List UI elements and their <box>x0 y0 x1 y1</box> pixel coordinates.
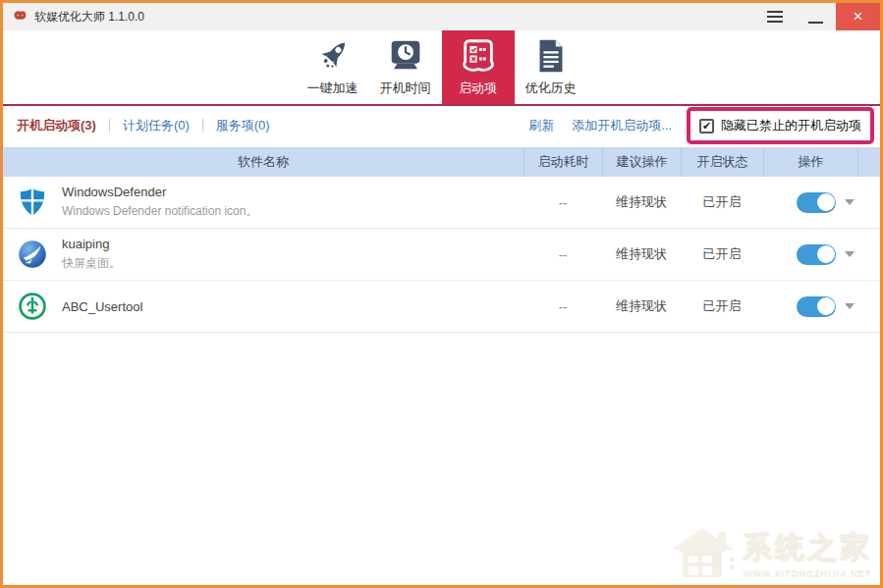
windows-defender-shield-icon <box>17 187 48 218</box>
tab-separator <box>109 119 110 133</box>
status-value: 已开启 <box>681 193 763 211</box>
nav-label: 启动项 <box>459 80 497 97</box>
software-description: 快屏桌面。 <box>62 255 121 272</box>
chevron-down-icon[interactable] <box>845 251 855 257</box>
boot-time-value: -- <box>524 195 602 210</box>
nav-item-history[interactable]: 优化历史 <box>515 30 587 104</box>
software-name: WindowsDefender <box>62 185 257 199</box>
software-name: kuaiping <box>62 237 121 251</box>
suggestion-value: 维持现状 <box>602 297 681 315</box>
add-startup-item-link[interactable]: 添加开机启动项... <box>572 117 672 134</box>
highlight-annotation: ✔ 隐藏已禁止的开机启动项 <box>687 107 874 144</box>
rocket-icon <box>312 34 354 78</box>
toolbar: 开机启动项(3) 计划任务(0) 服务项(0) 刷新 添加开机启动项... ✔ … <box>3 106 880 145</box>
nav-item-startup[interactable]: 启动项 <box>442 30 515 104</box>
titlebar: 软媒优化大师 1.1.0.0 × <box>3 3 880 30</box>
hide-disabled-label: 隐藏已禁止的开机启动项 <box>721 117 861 134</box>
nav-item-boot-time[interactable]: 开机时间 <box>369 30 442 104</box>
header-boot-time: 启动耗时 <box>524 147 602 177</box>
row-name-cell: kuaiping 快屏桌面。 <box>3 237 524 272</box>
chevron-down-icon[interactable] <box>845 303 855 309</box>
header-operation: 操作 <box>763 147 857 177</box>
suggestion-value: 维持现状 <box>602 193 681 211</box>
software-description: Windows Defender notification icon。 <box>62 203 257 220</box>
toggle-knob <box>817 245 835 263</box>
refresh-link[interactable]: 刷新 <box>528 117 554 134</box>
app-window: 软媒优化大师 1.1.0.0 × <box>0 0 883 588</box>
row-name-cell: ABC_Usertool <box>3 291 524 322</box>
history-document-icon <box>530 34 572 78</box>
abc-bank-wheat-icon <box>17 291 48 322</box>
nav-label: 一键加速 <box>307 80 359 97</box>
header-suggestion: 建议操作 <box>602 147 681 177</box>
tab-startup-items[interactable]: 开机启动项(3) <box>17 117 96 134</box>
operation-cell <box>763 192 880 213</box>
status-value: 已开启 <box>681 297 763 315</box>
row-name-text: WindowsDefender Windows Defender notific… <box>62 185 257 220</box>
toggle-knob <box>817 193 835 211</box>
enabled-toggle[interactable] <box>797 244 836 265</box>
boot-time-clock-icon <box>385 34 426 78</box>
startup-checklist-icon <box>458 34 499 78</box>
enabled-toggle[interactable] <box>797 192 836 213</box>
row-name-cell: WindowsDefender Windows Defender notific… <box>3 185 524 220</box>
row-name-text: ABC_Usertool <box>62 299 142 314</box>
chevron-down-icon[interactable] <box>845 199 855 205</box>
table-row: ABC_Usertool -- 维持现状 已开启 <box>3 281 880 333</box>
boot-time-value: -- <box>524 247 602 262</box>
status-value: 已开启 <box>681 245 763 263</box>
house-icon <box>667 522 738 583</box>
operation-cell <box>763 244 880 265</box>
minimize-button[interactable] <box>797 3 836 30</box>
check-icon: ✔ <box>702 121 711 132</box>
header-software-name: 软件名称 <box>3 147 524 177</box>
close-button[interactable]: × <box>836 3 880 30</box>
table-row: kuaiping 快屏桌面。 -- 维持现状 已开启 <box>3 229 880 281</box>
table-header: 软件名称 启动耗时 建议操作 开启状态 操作 <box>3 147 880 177</box>
tab-scheduled-tasks[interactable]: 计划任务(0) <box>123 117 190 134</box>
menu-icon[interactable] <box>753 3 797 30</box>
toggle-knob <box>817 297 835 315</box>
tab-services[interactable]: 服务项(0) <box>216 117 270 134</box>
kuaiping-globe-bird-icon <box>17 239 48 270</box>
boot-time-value: -- <box>524 299 602 314</box>
table-row: WindowsDefender Windows Defender notific… <box>3 177 880 229</box>
nav-label: 优化历史 <box>525 80 577 97</box>
hide-disabled-checkbox[interactable]: ✔ <box>699 119 714 134</box>
watermark-text: 系统之家 WWW.XITONGZHIJIA.NET <box>743 527 872 578</box>
watermark-url: WWW.XITONGZHIJIA.NET <box>744 568 871 578</box>
nav-item-speedup[interactable]: 一键加速 <box>297 30 369 104</box>
suggestion-value: 维持现状 <box>602 245 681 263</box>
header-status: 开启状态 <box>681 147 763 177</box>
enabled-toggle[interactable] <box>797 296 836 317</box>
software-name: ABC_Usertool <box>62 299 142 314</box>
header-end-spacer <box>857 147 880 177</box>
operation-cell <box>763 296 880 317</box>
row-name-text: kuaiping 快屏桌面。 <box>62 237 121 272</box>
app-logo-icon <box>13 10 28 25</box>
window-title: 软媒优化大师 1.1.0.0 <box>34 9 144 26</box>
watermark: 系统之家 WWW.XITONGZHIJIA.NET <box>667 522 872 583</box>
nav-label: 开机时间 <box>380 80 431 97</box>
top-nav: 一键加速 开机时间 <box>3 30 880 104</box>
watermark-title: 系统之家 <box>743 527 872 567</box>
tab-separator <box>202 119 203 133</box>
window-controls: × <box>753 3 880 30</box>
